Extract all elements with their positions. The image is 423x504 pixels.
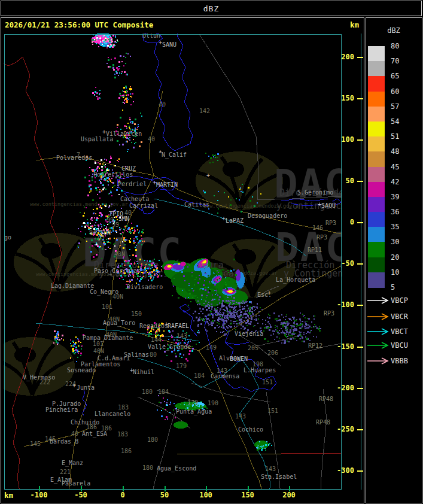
radar-map-panel [1, 17, 364, 503]
colorbar-panel [366, 17, 422, 503]
radar-app-window: { "window": {"title": "dBZ"}, "header": … [0, 0, 423, 504]
page-title: dBZ [203, 4, 219, 13]
title-bar: dBZ [1, 1, 422, 16]
